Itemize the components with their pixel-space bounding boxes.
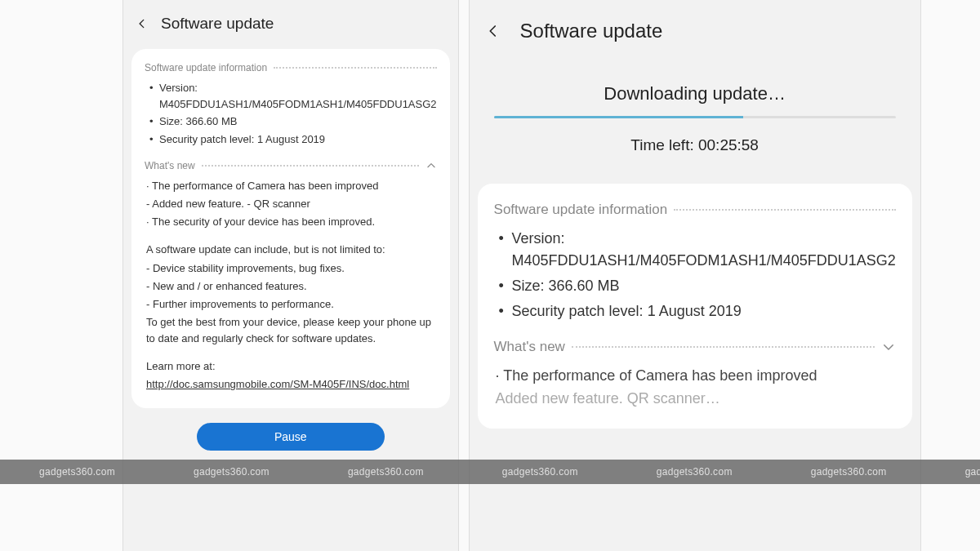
wn-line: · The performance of Camera has been imp… [496,365,896,386]
watermark-text: gadgets360.com [965,466,980,478]
update-card: Software update information Version: M40… [131,49,450,408]
whatsnew-body: · The performance of Camera has been imp… [145,178,437,393]
watermark-text: gadgets360.com [194,466,270,478]
info-list: Version: M405FDDU1ASH1/M405FODM1ASH1/M40… [145,80,437,147]
whatsnew-header-label: What's new [494,339,565,355]
info-list: Version: M405FDDU1ASH1/M405FODM1ASH1/M40… [494,228,896,322]
right-header: Software update [470,0,920,67]
progress-bar [494,116,896,118]
chevron-down-icon[interactable] [881,340,896,354]
wn-line-faded: Added new feature. QR scanner… [496,388,896,409]
download-progress-section: Downloading update… Time left: 00:25:58 [470,67,920,177]
update-card: Software update information Version: M40… [478,184,912,429]
learn-more-link[interactable]: http://doc.samsungmobile.com/SM-M405F/IN… [146,378,409,390]
size-item: Size: 366.60 MB [148,113,437,130]
watermark-text: gadgets360.com [657,466,733,478]
info-header-label: Software update information [145,62,267,73]
watermark-text: gadgets360.com [502,466,578,478]
page-title: Software update [161,15,274,33]
wn-bullet: - Device stability improvements, bug fix… [146,260,437,277]
wn-bullet: - Further improvements to performance. [146,296,437,313]
wn-para: To get the best from your device, please… [146,314,437,347]
progress-fill [494,116,743,118]
dotted-divider [572,346,875,348]
back-icon[interactable] [136,18,148,29]
time-left-label: Time left: 00:25:58 [494,136,896,154]
security-item: Security patch level: 1 August 2019 [497,300,896,322]
dotted-divider [202,165,419,167]
downloading-label: Downloading update… [494,83,896,104]
security-item: Security patch level: 1 August 2019 [148,131,437,148]
info-header-label: Software update information [494,202,668,218]
learn-more-label: Learn more at: [146,358,437,375]
version-item: Version: M405FDDU1ASH1/M405FODM1ASH1/M40… [497,228,896,272]
dotted-divider [274,67,436,69]
info-section-header: Software update information [145,62,437,73]
wn-line: · The performance of Camera has been imp… [146,178,437,194]
version-item: Version: M405FDDU1ASH1/M405FODM1ASH1/M40… [148,80,437,112]
back-icon[interactable] [486,24,501,38]
whatsnew-body: · The performance of Camera has been imp… [494,365,896,409]
dotted-divider [674,209,896,211]
whatsnew-section-header[interactable]: What's new [145,160,437,171]
left-header: Software update [123,0,458,44]
chevron-up-icon[interactable] [425,160,437,171]
whatsnew-section-header[interactable]: What's new [494,339,896,355]
watermark-bar: gadgets360.com gadgets360.com gadgets360… [0,460,980,484]
watermark-text: gadgets360.com [811,466,887,478]
info-section-header: Software update information [494,202,896,218]
wn-bullet: - New and / or enhanced features. [146,278,437,295]
whatsnew-header-label: What's new [145,160,195,171]
watermark-text: gadgets360.com [348,466,424,478]
wn-line: - Added new feature. - QR scanner [146,196,437,212]
watermark-text: gadgets360.com [39,466,115,478]
size-item: Size: 366.60 MB [497,275,896,297]
pause-button[interactable]: Pause [197,423,385,451]
wn-para: A software update can include, but is no… [146,242,437,258]
wn-line: · The security of your device has been i… [146,214,437,230]
page-title: Software update [520,20,663,42]
